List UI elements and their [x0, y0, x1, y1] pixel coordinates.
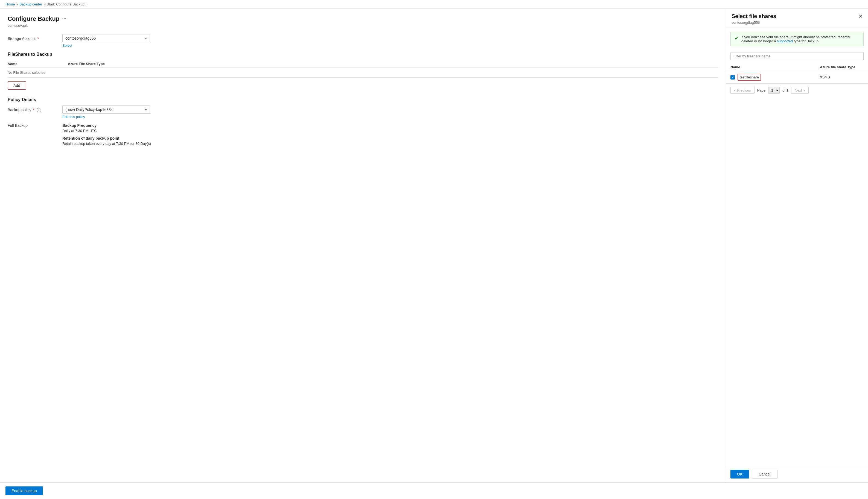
of-label: of 1 [782, 88, 788, 93]
backup-policy-row: Backup policy * i (new) DailyPolicy-kup1… [8, 106, 718, 119]
bottom-bar: Enable backup [0, 482, 868, 499]
retention-value: Retain backup taken every day at 7:30 PM… [62, 142, 718, 146]
pagination: < Previous Page 1 of 1 Next > [726, 84, 868, 97]
add-button[interactable]: Add [8, 82, 26, 90]
supported-link[interactable]: supported [777, 39, 793, 43]
breadcrumb-home[interactable]: Home [5, 2, 15, 6]
side-panel-subtitle: contosorgdiag556 [732, 21, 863, 25]
file-table-header: Name Azure file share Type [726, 63, 868, 71]
frequency-title: Backup Frequency [62, 123, 718, 127]
col-type-header: Azure File Share Type [68, 62, 718, 66]
more-options-icon[interactable]: ··· [62, 16, 66, 22]
cancel-button[interactable]: Cancel [752, 470, 777, 478]
previous-button[interactable]: < Previous [730, 87, 754, 94]
retention-title: Retention of daily backup point [62, 136, 718, 141]
file-col-type-header: Azure file share Type [820, 65, 864, 69]
chevron-down-icon: ▾ [145, 107, 147, 112]
file-type: XSMB [820, 75, 864, 79]
next-button[interactable]: Next > [791, 87, 809, 94]
enable-backup-button[interactable]: Enable backup [5, 486, 43, 495]
breadcrumb: Home › Backup center › Start: Configure … [0, 0, 868, 9]
file-col-name-header: Name [730, 65, 820, 69]
no-fileshares-message: No File Shares selected [8, 68, 718, 77]
policy-section: Policy Details Backup policy * i (new) D… [8, 97, 718, 146]
filter-input[interactable] [730, 52, 864, 60]
chevron-down-icon: ▾ [145, 36, 147, 40]
fileshares-table-header: Name Azure File Share Type [8, 60, 718, 68]
full-backup-row: Full Backup Backup Frequency Daily at 7:… [8, 123, 718, 146]
check-icon: ✔ [735, 35, 739, 41]
info-banner: ✔ If you don't see your file share, it m… [730, 32, 864, 46]
page-title: Configure Backup ··· [8, 15, 718, 22]
side-panel: Select file shares ✕ contosorgdiag556 ✔ … [726, 9, 868, 482]
close-icon[interactable]: ✕ [858, 14, 863, 19]
frequency-value: Daily at 7:30 PM UTC [62, 129, 718, 133]
policy-section-title: Policy Details [8, 97, 718, 102]
left-panel: Configure Backup ··· contosovault Storag… [0, 9, 726, 482]
breadcrumb-backup-center[interactable]: Backup center [20, 2, 42, 6]
full-backup-label: Full Backup [8, 123, 62, 127]
backup-policy-dropdown[interactable]: (new) DailyPolicy-kup1e38k ▾ [62, 106, 150, 114]
side-panel-header: Select file shares ✕ contosorgdiag556 [726, 9, 868, 28]
breadcrumb-current: Start: Configure Backup [47, 2, 84, 6]
side-panel-footer: OK Cancel [726, 466, 868, 482]
checkbox-checked[interactable] [730, 75, 735, 80]
info-icon: i [37, 108, 41, 112]
fileshares-section-title: FileShares to Backup [8, 52, 718, 57]
storage-account-row: Storage Account * contosorgdiag556 ▾ Sel… [8, 34, 718, 48]
select-link[interactable]: Select [62, 44, 72, 48]
page-select[interactable]: 1 [768, 87, 780, 94]
side-panel-title: Select file shares [732, 13, 776, 20]
file-name: testfileshare [738, 74, 761, 81]
edit-policy-link[interactable]: Edit this policy [62, 115, 85, 119]
storage-account-dropdown[interactable]: contosorgdiag556 ▾ [62, 34, 150, 42]
storage-account-label: Storage Account * [8, 34, 62, 41]
ok-button[interactable]: OK [730, 470, 749, 478]
col-name-header: Name [8, 62, 68, 66]
side-panel-content: ✔ If you don't see your file share, it m… [726, 28, 868, 466]
table-row[interactable]: testfileshare XSMB [726, 71, 868, 84]
page-subtitle: contosovault [8, 24, 718, 28]
